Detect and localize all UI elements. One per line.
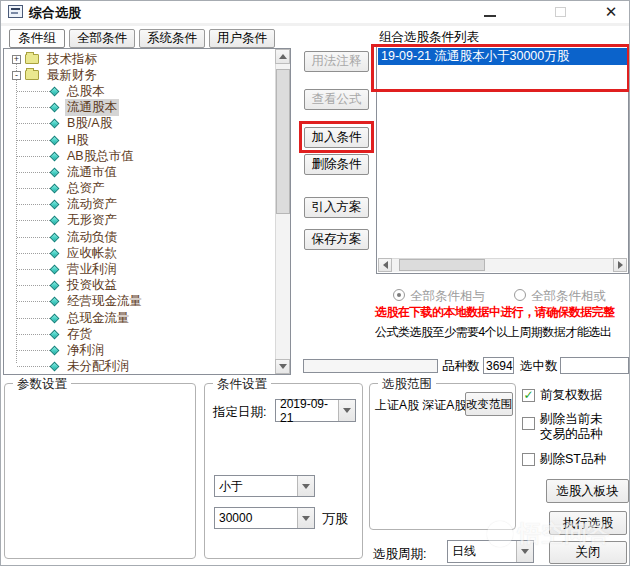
list-scrollbar-thumb[interactable] bbox=[399, 259, 485, 271]
unit-label: 万股 bbox=[322, 510, 348, 528]
radio-all-or bbox=[514, 289, 526, 301]
scroll-up-icon[interactable] bbox=[275, 49, 290, 64]
change-range-button[interactable]: 改变范围 bbox=[465, 392, 513, 416]
tree-item[interactable]: 经营现金流量 bbox=[4, 294, 290, 310]
folder-icon bbox=[25, 54, 39, 64]
leaf-icon bbox=[50, 200, 60, 210]
tree-item[interactable]: AB股总市值 bbox=[4, 148, 290, 164]
condition-list-item-selected[interactable]: 19-09-21 流通股本小于30000万股 bbox=[378, 48, 627, 65]
chevron-down-icon[interactable] bbox=[338, 400, 355, 421]
tree-scrollbar[interactable] bbox=[275, 49, 290, 374]
exclude-untraded-label: 剔除当前未交易的品种 bbox=[540, 412, 612, 442]
expand-icon[interactable]: + bbox=[12, 55, 21, 64]
tree-item-selected[interactable]: 流通股本 bbox=[4, 100, 290, 116]
leaf-icon bbox=[50, 135, 60, 145]
operator-combobox[interactable]: 小于 bbox=[214, 475, 315, 497]
chevron-down-icon[interactable] bbox=[516, 541, 533, 562]
collapse-icon[interactable]: - bbox=[12, 71, 21, 80]
leaf-icon bbox=[50, 87, 60, 97]
leaf-icon bbox=[50, 265, 60, 275]
leaf-icon bbox=[50, 232, 60, 242]
leaf-icon bbox=[50, 167, 60, 177]
scope-range-text: 上证A股 深证A股 bbox=[375, 397, 466, 414]
close-dialog-button[interactable]: 关闭 bbox=[549, 541, 627, 564]
tab-all-conditions[interactable]: 全部条件 bbox=[69, 29, 135, 48]
leaf-icon bbox=[50, 362, 60, 372]
tree-item[interactable]: 存货 bbox=[4, 326, 290, 342]
tree-item[interactable]: 净利润 bbox=[4, 342, 290, 358]
tree-item[interactable]: 无形资产 bbox=[4, 213, 290, 229]
condition-tree: + 技术指标 - 最新财务 总股本 流通股本 B股/A股 H股 AB股总市值 流… bbox=[3, 48, 291, 375]
add-condition-button[interactable]: 加入条件 bbox=[304, 127, 369, 148]
list-scrollbar[interactable] bbox=[378, 258, 627, 272]
leaf-icon bbox=[50, 184, 60, 194]
scroll-down-icon[interactable] bbox=[275, 359, 290, 374]
chevron-down-icon[interactable] bbox=[297, 508, 314, 528]
tree-item[interactable]: 流通市值 bbox=[4, 164, 290, 180]
minimize-button[interactable] bbox=[476, 1, 504, 22]
radio-all-and bbox=[393, 289, 405, 301]
condition-list-title: 组合选股条件列表 bbox=[379, 29, 479, 46]
import-plan-button[interactable]: 引入方案 bbox=[304, 197, 369, 218]
tree-scrollbar-thumb[interactable] bbox=[276, 69, 290, 214]
tree-item-folder[interactable]: - 最新财务 bbox=[4, 67, 290, 83]
folder-icon bbox=[25, 70, 39, 80]
tree-item[interactable]: 总资产 bbox=[4, 181, 290, 197]
tree-item[interactable]: 投资收益 bbox=[4, 278, 290, 294]
delete-condition-button[interactable]: 删除条件 bbox=[304, 154, 369, 175]
formula-period-note: 公式类选股至少需要4个以上周期数据才能选出 bbox=[375, 324, 630, 341]
date-label: 指定日期: bbox=[213, 404, 266, 421]
check-icon: ✓ bbox=[523, 390, 533, 401]
radio-all-and-label: 全部条件相与 bbox=[410, 288, 485, 305]
scope-group-title: 选股范围 bbox=[378, 376, 436, 393]
selected-count-label: 选中数 bbox=[520, 358, 558, 375]
exclude-untraded-checkbox[interactable] bbox=[522, 417, 535, 430]
title-bar: 综合选股 ✕ bbox=[1, 1, 629, 23]
close-icon: ✕ bbox=[605, 3, 618, 21]
tree-item[interactable]: 应收帐款 bbox=[4, 245, 290, 261]
leaf-icon bbox=[50, 346, 60, 356]
tree-item[interactable]: 流动资产 bbox=[4, 197, 290, 213]
view-formula-button: 查看公式 bbox=[304, 89, 369, 110]
forward-adjusted-checkbox[interactable]: ✓ bbox=[522, 389, 535, 402]
pick-to-board-button[interactable]: 选股入板块 bbox=[546, 479, 629, 503]
scroll-right-icon[interactable] bbox=[613, 258, 627, 272]
leaf-icon bbox=[50, 281, 60, 291]
leaf-icon bbox=[50, 216, 60, 226]
maximize-button[interactable] bbox=[546, 1, 574, 22]
period-combobox[interactable]: 日线 bbox=[447, 540, 534, 563]
tree-item[interactable]: H股 bbox=[4, 132, 290, 148]
tree-item[interactable]: 总股本 bbox=[4, 83, 290, 99]
titlebar-separator bbox=[1, 23, 629, 26]
tree-item[interactable]: 总现金流量 bbox=[4, 310, 290, 326]
period-label: 选股周期: bbox=[373, 546, 426, 563]
amount-combobox[interactable]: 30000 bbox=[214, 507, 315, 529]
tree-item[interactable]: 流动负债 bbox=[4, 229, 290, 245]
tab-user-conditions[interactable]: 用户条件 bbox=[209, 29, 275, 48]
close-button[interactable]: ✕ bbox=[597, 1, 625, 22]
leaf-icon bbox=[50, 103, 60, 113]
chevron-down-icon[interactable] bbox=[297, 476, 314, 496]
tree-item-folder[interactable]: + 技术指标 bbox=[4, 51, 290, 67]
usage-note-button: 用法注释 bbox=[304, 51, 369, 72]
leaf-icon bbox=[50, 297, 60, 307]
run-selection-button[interactable]: 执行选股 bbox=[549, 511, 627, 535]
exclude-st-checkbox[interactable] bbox=[522, 453, 535, 466]
scroll-left-icon[interactable] bbox=[378, 258, 392, 272]
local-data-warning: 选股在下载的本地数据中进行，请确保数据完整 bbox=[375, 304, 630, 321]
variety-count-value: 3694 bbox=[483, 357, 514, 374]
combined-condition-list[interactable]: 19-09-21 流通股本小于30000万股 bbox=[376, 46, 629, 274]
minimize-icon bbox=[484, 15, 496, 17]
leaf-icon bbox=[50, 329, 60, 339]
tab-condition-group[interactable]: 条件组 bbox=[9, 29, 65, 48]
save-plan-button[interactable]: 保存方案 bbox=[304, 229, 369, 250]
date-combobox[interactable]: 2019-09-21 bbox=[275, 399, 356, 422]
dialog-icon bbox=[8, 5, 23, 18]
variety-count-label: 品种数 bbox=[442, 358, 480, 375]
radio-all-or-label: 全部条件相或 bbox=[531, 288, 606, 305]
selected-count-value bbox=[560, 357, 629, 374]
tree-item[interactable]: 未分配利润 bbox=[4, 359, 290, 375]
tree-item[interactable]: 营业利润 bbox=[4, 261, 290, 277]
tab-system-conditions[interactable]: 系统条件 bbox=[139, 29, 205, 48]
tree-item[interactable]: B股/A股 bbox=[4, 116, 290, 132]
